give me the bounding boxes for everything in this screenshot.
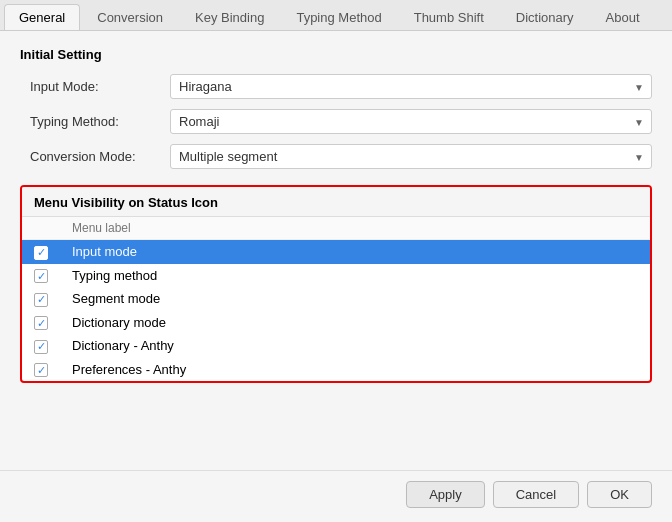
checkbox-2[interactable]: ✓ (34, 293, 48, 307)
menu-item-label-2: Segment mode (60, 287, 650, 311)
tab-conversion[interactable]: Conversion (82, 4, 178, 30)
ok-button[interactable]: OK (587, 481, 652, 508)
form-label-1: Typing Method: (30, 114, 170, 129)
select-0[interactable]: HiraganaKatakanaLatinWide Latin (170, 74, 652, 99)
menu-table: Menu label ✓Input mode✓Typing method✓Seg… (22, 217, 650, 381)
checkbox-1[interactable]: ✓ (34, 269, 48, 283)
checkbox-cell-4: ✓ (22, 334, 60, 358)
checkbox-3[interactable]: ✓ (34, 316, 48, 330)
menu-label-column-header: Menu label (60, 217, 650, 240)
checkbox-cell-2: ✓ (22, 287, 60, 311)
tab-general[interactable]: General (4, 4, 80, 30)
menu-item-label-4: Dictionary - Anthy (60, 334, 650, 358)
menu-item-row-3[interactable]: ✓Dictionary mode (22, 311, 650, 335)
menu-item-row-1[interactable]: ✓Typing method (22, 264, 650, 288)
checkbox-cell-5: ✓ (22, 358, 60, 382)
tab-about[interactable]: About (591, 4, 655, 30)
checkbox-0[interactable]: ✓ (34, 246, 48, 260)
menu-visibility-box: Menu Visibility on Status Icon Menu labe… (20, 185, 652, 383)
menu-item-label-1: Typing method (60, 264, 650, 288)
menu-item-label-5: Preferences - Anthy (60, 358, 650, 382)
tab-typing-method[interactable]: Typing Method (281, 4, 396, 30)
content-area: Initial Setting Input Mode:HiraganaKatak… (0, 31, 672, 470)
form-label-2: Conversion Mode: (30, 149, 170, 164)
checkbox-cell-3: ✓ (22, 311, 60, 335)
checkbox-cell-1: ✓ (22, 264, 60, 288)
checkbox-cell-0: ✓ (22, 240, 60, 264)
bottom-bar: Apply Cancel OK (0, 470, 672, 522)
checkbox-4[interactable]: ✓ (34, 340, 48, 354)
select-1[interactable]: RomajiKanaThumb Shift (170, 109, 652, 134)
cancel-button[interactable]: Cancel (493, 481, 579, 508)
select-wrapper-0: HiraganaKatakanaLatinWide Latin▼ (170, 74, 652, 99)
form-row-1: Typing Method:RomajiKanaThumb Shift▼ (20, 109, 652, 134)
initial-setting-title: Initial Setting (20, 47, 652, 62)
menu-item-row-5[interactable]: ✓Preferences - Anthy (22, 358, 650, 382)
select-2[interactable]: Multiple segmentSingle segmentConvert as… (170, 144, 652, 169)
main-window: GeneralConversionKey BindingTyping Metho… (0, 0, 672, 522)
checkbox-5[interactable]: ✓ (34, 363, 48, 377)
form-rows: Input Mode:HiraganaKatakanaLatinWide Lat… (20, 74, 652, 179)
apply-button[interactable]: Apply (406, 481, 485, 508)
tab-thumb-shift[interactable]: Thumb Shift (399, 4, 499, 30)
menu-item-row-2[interactable]: ✓Segment mode (22, 287, 650, 311)
checkbox-column-header (22, 217, 60, 240)
menu-items-body: ✓Input mode✓Typing method✓Segment mode✓D… (22, 240, 650, 382)
form-label-0: Input Mode: (30, 79, 170, 94)
menu-item-label-3: Dictionary mode (60, 311, 650, 335)
menu-item-row-4[interactable]: ✓Dictionary - Anthy (22, 334, 650, 358)
select-wrapper-1: RomajiKanaThumb Shift▼ (170, 109, 652, 134)
tab-dictionary[interactable]: Dictionary (501, 4, 589, 30)
menu-item-label-0: Input mode (60, 240, 650, 264)
form-row-2: Conversion Mode:Multiple segmentSingle s… (20, 144, 652, 169)
menu-item-row-0[interactable]: ✓Input mode (22, 240, 650, 264)
menu-visibility-title: Menu Visibility on Status Icon (22, 187, 650, 217)
form-row-0: Input Mode:HiraganaKatakanaLatinWide Lat… (20, 74, 652, 99)
tab-bar: GeneralConversionKey BindingTyping Metho… (0, 0, 672, 31)
select-wrapper-2: Multiple segmentSingle segmentConvert as… (170, 144, 652, 169)
tab-key-binding[interactable]: Key Binding (180, 4, 279, 30)
